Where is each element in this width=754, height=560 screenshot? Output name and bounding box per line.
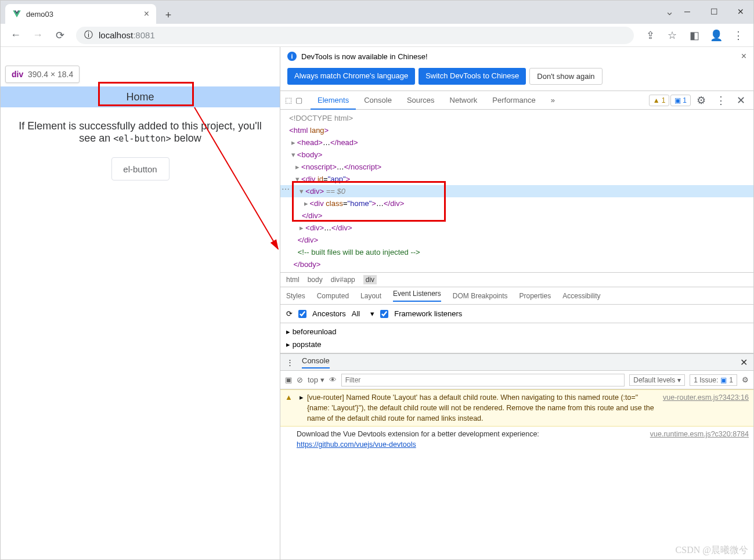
info-icon: i — [287, 52, 297, 61]
profile-icon[interactable]: 👤 — [707, 26, 726, 45]
ancestors-checkbox[interactable] — [298, 310, 306, 318]
tab-more[interactable]: » — [544, 91, 562, 110]
dom-breadcrumb[interactable]: html body div#app div — [280, 272, 753, 287]
kebab-icon[interactable]: ⋮ — [712, 91, 730, 110]
clear-console-icon[interactable]: ⊘ — [297, 375, 303, 384]
subtab-computed[interactable]: Computed — [317, 292, 349, 300]
tab-network[interactable]: Network — [443, 91, 485, 110]
tab-elements[interactable]: Elements — [311, 91, 356, 110]
share-icon[interactable]: ⇪ — [641, 26, 659, 45]
devtools-link[interactable]: https://github.com/vuejs/vue-devtools — [297, 440, 416, 449]
sidepanel-icon[interactable]: ◧ — [685, 26, 704, 45]
gear-icon[interactable]: ⚙ — [692, 91, 710, 110]
browser-tab[interactable]: demo03 × — [5, 4, 156, 24]
banner-close-icon[interactable]: × — [741, 51, 746, 62]
subtab-properties[interactable]: Properties — [519, 292, 551, 300]
source-link[interactable]: vue.runtime.esm.js?c320:8784 — [650, 429, 749, 450]
console-body[interactable]: ▲ ▸ [vue-router] Named Route 'Layout' ha… — [280, 389, 753, 452]
console-toolbar: ▣ ⊘ top ▾ 👁 Default levels ▾ 1 Issue: ▣ … — [280, 371, 753, 389]
warning-badge[interactable]: ▲ 1 — [649, 95, 670, 106]
event-filter-row: ⟳ Ancestors All ▾ Framework listeners — [280, 305, 753, 323]
subtab-styles[interactable]: Styles — [286, 292, 305, 300]
event-listeners-list[interactable]: ▸ beforeunload ▸ popstate — [280, 323, 753, 353]
warning-icon: ▲ — [285, 392, 293, 424]
site-info-icon[interactable]: ⓘ — [84, 30, 93, 41]
tab-performance[interactable]: Performance — [485, 91, 542, 110]
console-drawer-header: ⋮ Console ✕ — [280, 353, 753, 371]
devtools-tabs: ⬚ ▢ Elements Console Sources Network Per… — [280, 91, 753, 110]
devtools-language-banner: i DevTools is now available in Chinese! … — [280, 47, 753, 66]
back-button[interactable]: ← — [6, 26, 25, 45]
reload-button[interactable]: ⟳ — [50, 26, 69, 45]
menu-icon[interactable]: ⋮ — [729, 26, 748, 45]
url-host: localhost — [99, 30, 133, 40]
new-tab-button[interactable]: + — [160, 6, 177, 24]
subtab-accessibility[interactable]: Accessibility — [562, 292, 600, 300]
dom-tree[interactable]: <!DOCTYPE html> <html lang> ▸<head>…</he… — [280, 110, 753, 272]
devtools-close-icon[interactable]: ✕ — [731, 91, 750, 110]
minimize-button[interactable]: ─ — [674, 0, 701, 23]
forward-button[interactable]: → — [28, 26, 47, 45]
url-field[interactable]: ⓘ localhost:8081 — [76, 27, 634, 44]
console-filter-input[interactable] — [341, 374, 625, 386]
message-badge[interactable]: ▣ 1 — [670, 95, 691, 106]
console-close-icon[interactable]: ✕ — [740, 357, 748, 368]
console-warning: ▲ ▸ [vue-router] Named Route 'Layout' ha… — [280, 389, 753, 427]
window-title-bar: ⌄ ─ ☐ ✕ — [665, 0, 754, 23]
address-bar: ← → ⟳ ⓘ localhost:8081 ⇪ ☆ ◧ 👤 ⋮ — [1, 24, 753, 47]
page-description: If Element is successfully added to this… — [1, 120, 280, 144]
source-link[interactable]: vue-router.esm.js?3423:16 — [663, 392, 749, 424]
tab-close-icon[interactable]: × — [144, 9, 149, 19]
subtab-event-listeners[interactable]: Event Listeners — [393, 290, 441, 302]
log-levels-select[interactable]: Default levels ▾ — [629, 374, 685, 386]
devtools-panel: i DevTools is now available in Chinese! … — [280, 47, 753, 559]
inspect-tooltip: div 390.4 × 18.4 — [5, 66, 80, 83]
dont-show-button[interactable]: Don't show again — [529, 68, 602, 85]
bookmark-icon[interactable]: ☆ — [663, 26, 681, 45]
console-info: Download the Vue Devtools extension for … — [280, 427, 753, 452]
watermark: CSDN @晨曦微兮 — [676, 544, 748, 557]
annotation-box — [98, 82, 194, 106]
match-language-button[interactable]: Always match Chrome's language — [287, 68, 415, 85]
vue-logo-icon — [12, 9, 21, 19]
console-title: Console — [302, 356, 330, 368]
page-viewport: div 390.4 × 18.4 Home If Element is succ… — [1, 47, 280, 559]
console-sidebar-icon[interactable]: ▣ — [285, 375, 292, 384]
subtab-dom-breakpoints[interactable]: DOM Breakpoints — [453, 292, 508, 300]
banner-text: DevTools is now available in Chinese! — [301, 52, 428, 61]
inspect-icon[interactable]: ⬚ — [284, 96, 293, 105]
refresh-icon[interactable]: ⟳ — [286, 309, 293, 318]
dom-line-actions-icon[interactable]: ⋯ — [282, 183, 290, 196]
switch-language-button[interactable]: Switch DevTools to Chinese — [419, 68, 526, 85]
context-select[interactable]: top ▾ — [308, 375, 324, 384]
console-menu-icon[interactable]: ⋮ — [286, 358, 294, 367]
console-gear-icon[interactable]: ⚙ — [742, 375, 749, 384]
eye-icon[interactable]: 👁 — [329, 375, 337, 384]
subtab-layout[interactable]: Layout — [360, 292, 381, 300]
chevron-down-icon[interactable]: ⌄ — [665, 5, 674, 18]
elements-subtabs: Styles Computed Layout Event Listeners D… — [280, 287, 753, 305]
el-button[interactable]: el-button — [111, 157, 169, 180]
tab-console[interactable]: Console — [357, 91, 399, 110]
tab-title: demo03 — [26, 10, 53, 19]
url-port: :8081 — [133, 30, 155, 40]
tab-sources[interactable]: Sources — [400, 91, 442, 110]
annotation-box-dom — [292, 181, 446, 222]
close-window-button[interactable]: ✕ — [727, 0, 754, 23]
framework-checkbox[interactable] — [380, 310, 388, 318]
maximize-button[interactable]: ☐ — [701, 0, 727, 23]
scope-select[interactable]: All ▾ — [352, 309, 375, 318]
browser-tab-bar: demo03 × + — [1, 1, 753, 24]
issues-button[interactable]: 1 Issue: ▣ 1 — [690, 374, 737, 386]
device-icon[interactable]: ▢ — [294, 96, 304, 105]
